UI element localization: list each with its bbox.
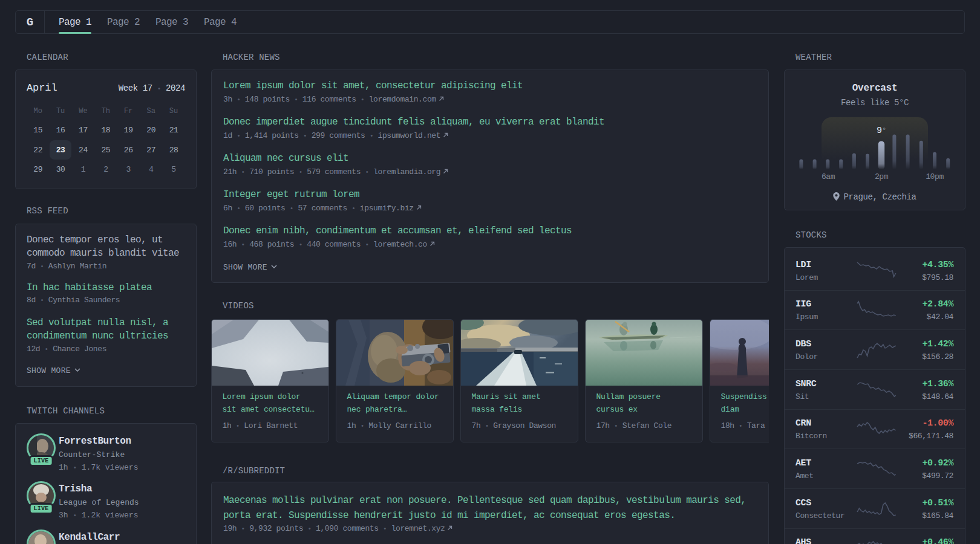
svg-text:9°: 9° (877, 126, 886, 136)
svg-text:2pm: 2pm (875, 172, 889, 181)
svg-text:10pm: 10pm (926, 172, 944, 181)
svg-text:6am: 6am (822, 172, 835, 181)
